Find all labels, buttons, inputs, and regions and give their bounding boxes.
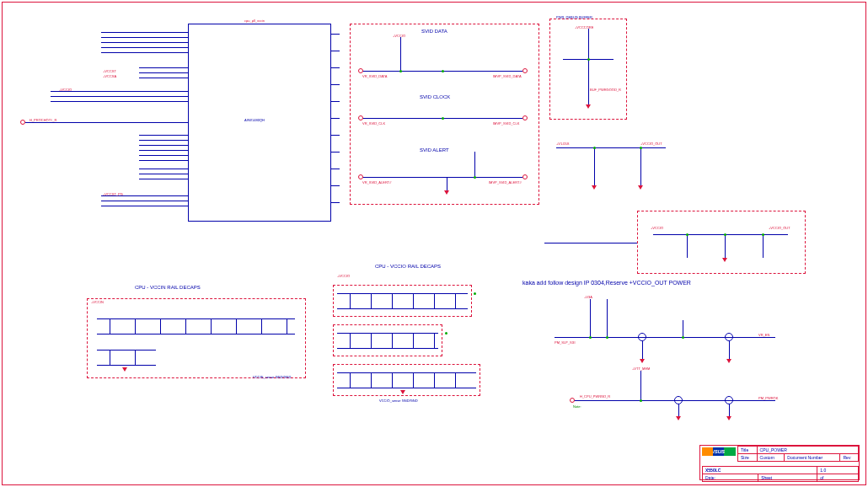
- net-label: +VCCST_PG: [103, 192, 123, 196]
- gnd-icon: [722, 258, 727, 262]
- transistor-icon: [725, 333, 733, 341]
- design-note: kaka add follow design IP 0304,Reserve +…: [522, 280, 691, 286]
- port-icon: [522, 174, 528, 179]
- note-label: Note:: [573, 404, 581, 409]
- junction-icon: [442, 70, 444, 72]
- wire: [97, 318, 295, 319]
- port-icon: [522, 115, 528, 120]
- svid-alert-in: VR_SVID_ALERT#: [362, 180, 391, 185]
- ic-top-net: cpu_pll_vccin: [244, 19, 265, 23]
- title-value: CPU_POWER: [757, 447, 858, 454]
- junction-icon: [589, 336, 592, 339]
- svid-vccio: +VCCIO: [393, 34, 405, 38]
- title-label: Title: [738, 447, 758, 454]
- vccin-decaps-block: [87, 298, 306, 378]
- docnum-label: Document Number: [785, 454, 840, 462]
- gnd-icon: [444, 190, 449, 195]
- junction-icon: [606, 336, 608, 339]
- wire: [97, 334, 295, 334]
- net-label: PM_PWROK: [758, 396, 778, 400]
- port-icon: [522, 68, 528, 73]
- junction-icon: [399, 70, 402, 72]
- junction-icon: [474, 176, 476, 179]
- svid-data-title: SVID DATA: [421, 29, 447, 34]
- wire: [400, 37, 401, 71]
- net-label: BUF_PWRGOOD_R: [590, 88, 621, 92]
- net-label: +V3A: [584, 295, 592, 299]
- decaps-note: VCCIN_sense GND/GND: [253, 375, 291, 379]
- net-label: +VTT_MEM: [632, 367, 650, 371]
- size-label: Size: [738, 454, 758, 462]
- size-value: Custom: [757, 454, 785, 462]
- junction-icon: [682, 336, 684, 339]
- gnd-icon: [640, 359, 645, 363]
- port-icon: [358, 174, 363, 179]
- net-label: +VCCST: [103, 69, 116, 73]
- junction-icon: [593, 147, 596, 149]
- reserve-line: [544, 243, 637, 244]
- svid-alert-out: IMVP_SVID_ALERT#: [489, 180, 522, 185]
- gnd-icon: [726, 359, 731, 363]
- junction-icon: [587, 58, 590, 61]
- docnum-value: X550LC: [703, 467, 817, 474]
- junction-icon: [762, 233, 764, 236]
- gnd-icon: [638, 185, 643, 190]
- wire: [362, 177, 522, 178]
- vccio-sub3: [333, 364, 480, 396]
- junction-icon: [686, 233, 689, 236]
- port-icon: [570, 398, 575, 403]
- sheet-value: of: [817, 474, 859, 482]
- gnd-icon: [726, 416, 731, 420]
- net-label: H_CPU_PWRGD_R: [580, 394, 610, 399]
- asus-logo: /SUS: [702, 447, 736, 456]
- net-label: +VCCIO_OUT: [640, 142, 662, 146]
- net-label: +VCCCORE: [575, 25, 593, 29]
- junction-icon: [442, 117, 444, 120]
- svid-clk-out: IMVP_SVID_CLK: [493, 121, 519, 126]
- svid-clk-in: VR_SVID_CLK: [362, 121, 385, 126]
- svid-alert-title: SVID ALERT: [420, 147, 449, 153]
- gnd-icon: [592, 185, 597, 190]
- gnd-icon: [122, 367, 127, 372]
- svid-data-out: IMVP_SVID_DATA: [493, 74, 522, 78]
- net-label: +VCCIO: [59, 88, 72, 92]
- wire: [97, 350, 156, 351]
- transistor-icon: [725, 396, 733, 404]
- wire: [474, 152, 475, 177]
- svid-data-in: VR_SVID_DATA: [362, 74, 387, 78]
- vccio-note: VCCIO_sense GND/GND: [379, 399, 418, 403]
- transistor-icon: [638, 333, 646, 341]
- title-block: /SUS Title CPU_POWER Size Custom Documen…: [699, 445, 860, 480]
- port-icon: [358, 68, 363, 73]
- gnd-icon: [586, 104, 591, 109]
- vccin-decaps-title: CPU - VCCIN RAIL DECAPS: [135, 285, 201, 290]
- junction-icon: [724, 233, 726, 236]
- wire: [588, 29, 589, 104]
- wire: [97, 365, 156, 366]
- pwr-debug-title: PWR_DEBUG BUFFER: [556, 15, 592, 19]
- gnd-icon: [676, 416, 681, 420]
- rev-label: Rev: [840, 454, 859, 462]
- junction-icon: [640, 147, 642, 149]
- vccio-decaps-title: CPU - VCCIO RAIL DECAPS: [375, 264, 441, 269]
- net-label: VR_EN: [758, 333, 769, 337]
- rev-value: 1.0: [817, 467, 859, 474]
- gnd-icon: [400, 390, 405, 394]
- net-label: +V1.05S: [556, 142, 569, 146]
- net-label: +VCCIO: [651, 226, 663, 230]
- sheet-label: Sheet: [758, 474, 817, 482]
- vccio-sub1: [333, 285, 472, 317]
- svid-clock-title: SVID CLOCK: [420, 94, 450, 99]
- ic-label: ASW1480QH: [244, 118, 265, 122]
- net-label: PM_SLP_S3#: [555, 340, 576, 345]
- main-ic: [188, 24, 331, 222]
- port-icon: [358, 115, 363, 120]
- net-label: H_PROCHOT#_R: [29, 118, 56, 122]
- junction-icon: [640, 399, 642, 402]
- net-label: +VCCSA: [103, 74, 116, 78]
- date-label: Date:: [703, 474, 758, 482]
- net-label: +VCCIO_OUT: [769, 226, 790, 230]
- net-label: +VCCIO: [337, 274, 350, 278]
- transistor-icon: [674, 396, 683, 404]
- net-label: +VCCIN: [91, 300, 104, 304]
